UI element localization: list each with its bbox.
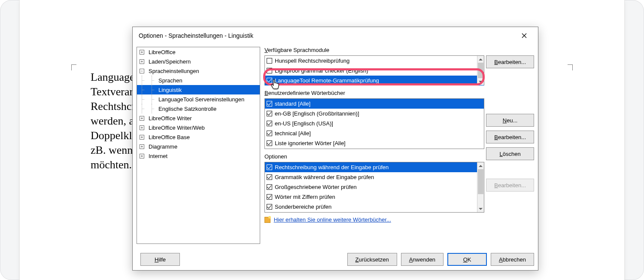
list-item[interactable]: Sonderbereiche prüfen [265, 202, 484, 212]
tree-item[interactable]: +Laden/Speichern [137, 57, 260, 66]
tree-item-label: LibreOffice Writer/Web [147, 125, 207, 131]
tree-item-label: Diagramme [147, 143, 179, 150]
list-item[interactable]: Liste ignorierter Wörter [Alle] [265, 138, 484, 148]
reset-button[interactable]: Zurücksetzen [347, 253, 397, 266]
scroll-thumb[interactable] [478, 63, 483, 78]
tree-item[interactable]: +LibreOffice Writer [137, 113, 260, 123]
list-item[interactable]: Hunspell Rechtschreibprüfung [265, 56, 484, 66]
list-item-label: en-GB [Englisch (Großbritannien)] [275, 110, 359, 117]
list-item[interactable]: Grammatik während der Eingabe prüfen [265, 172, 484, 182]
options-edit-button: Bearbeiten... [486, 179, 534, 192]
tree-item-label: LibreOffice Writer [147, 115, 194, 122]
expand-toggle[interactable]: + [140, 59, 144, 64]
list-item-label: Sonderbereiche prüfen [275, 204, 331, 210]
apply-button[interactable]: Anwenden [401, 253, 444, 266]
list-item-label: Liste ignorierter Wörter [Alle] [275, 140, 346, 146]
list-item-label: Hunspell Rechtschreibprüfung [275, 58, 349, 64]
checkbox[interactable] [267, 140, 272, 146]
modules-scrollbar[interactable] [477, 56, 484, 85]
section-modules-heading: Verfügbare Sprachmodule [264, 47, 534, 53]
checkbox[interactable] [267, 121, 272, 126]
list-item[interactable]: Lightproof grammar checker (English) [265, 66, 484, 76]
expand-toggle[interactable]: + [140, 135, 144, 140]
scroll-down-button[interactable] [477, 78, 484, 85]
more-dicts-link-row: Hier erhalten Sie online weitere Wörterb… [264, 216, 534, 223]
tree-item-label: LibreOffice Base [147, 134, 191, 140]
tree-item-label: Internet [147, 153, 169, 159]
chevron-up-icon [479, 164, 483, 168]
dialog-titlebar[interactable]: Optionen - Spracheinstellungen - Linguis… [133, 27, 538, 44]
scroll-thumb[interactable] [478, 169, 483, 194]
cancel-button[interactable]: Abbrechen [491, 253, 534, 266]
tree-item[interactable]: LanguageTool Servereinstellungen [137, 94, 260, 104]
chevron-up-icon [479, 58, 483, 61]
tree-item[interactable]: Englische Satzkontrolle [137, 104, 260, 113]
tree-item[interactable]: +Internet [137, 151, 260, 161]
list-item[interactable]: Großgeschriebene Wörter prüfen [265, 182, 484, 192]
cursor-hand-icon [270, 79, 280, 90]
margin-marker-left [71, 64, 76, 70]
checkbox[interactable] [267, 184, 272, 190]
help-button[interactable]: Hilfe [140, 253, 180, 266]
chevron-down-icon [479, 80, 483, 84]
scroll-up-button[interactable] [477, 56, 484, 63]
page-background: LanguageTo Textverarbe Rechtshcrei [0, 0, 644, 280]
tree-item[interactable]: Sprachen [137, 76, 260, 85]
section-dicts-heading: Benutzerdefinierte Wörterbücher [264, 90, 534, 96]
checkbox[interactable] [267, 58, 272, 64]
tree-item-label: Sprachen [157, 77, 184, 84]
ok-button[interactable]: OK [447, 253, 487, 266]
list-item-label: Großgeschriebene Wörter prüfen [275, 184, 357, 190]
tree-item[interactable]: +LibreOffice [137, 47, 260, 57]
listbox-options[interactable]: Rechtschreibung während der Eingabe prüf… [264, 162, 484, 213]
list-item-label: Rechtschreibung während der Eingabe prüf… [275, 164, 389, 170]
tree-item-label: LanguageTool Servereinstellungen [157, 96, 246, 103]
nav-tree[interactable]: +LibreOffice+Laden/Speichern−Spracheinst… [137, 47, 260, 244]
list-item[interactable]: Rechtschreibung während der Eingabe prüf… [265, 162, 484, 172]
dict-new-button[interactable]: Neu... [486, 114, 534, 127]
collapse-toggle[interactable]: − [140, 69, 144, 73]
list-item[interactable]: technical [Alle] [265, 128, 484, 138]
tree-item-label: Englische Satzkontrolle [157, 106, 218, 112]
list-item-label: technical [Alle] [275, 130, 311, 137]
scroll-up-button[interactable] [477, 162, 484, 169]
close-button[interactable] [516, 29, 533, 42]
chevron-down-icon [479, 207, 483, 211]
list-item-label: standard [Alle] [275, 100, 310, 107]
dict-delete-button[interactable]: Löschen [486, 147, 534, 160]
list-item[interactable]: en-GB [Englisch (Großbritannien)] [265, 109, 484, 119]
list-item[interactable]: en-US [Englisch (USA)] [265, 119, 484, 128]
expand-toggle[interactable]: + [140, 116, 144, 121]
checkbox[interactable] [267, 204, 272, 210]
checkbox[interactable] [267, 174, 272, 180]
dict-edit-button[interactable]: Bearbeiten... [486, 131, 534, 143]
checkbox[interactable] [267, 194, 272, 200]
checkbox[interactable] [267, 131, 272, 136]
tree-item[interactable]: +Diagramme [137, 142, 260, 151]
tree-item[interactable]: −Spracheinstellungen [137, 66, 260, 76]
checkbox[interactable] [267, 101, 272, 107]
tree-item[interactable]: +LibreOffice Writer/Web [137, 123, 260, 132]
listbox-modules[interactable]: Hunspell RechtschreibprüfungLightproof g… [264, 55, 484, 85]
dictionary-icon [264, 217, 270, 223]
checkbox[interactable] [267, 68, 272, 73]
modules-edit-button[interactable]: Bearbeiten... [486, 55, 534, 68]
tree-item-label: Laden/Speichern [147, 58, 192, 65]
listbox-dictionaries[interactable]: standard [Alle]en-GB [Englisch (Großbrit… [264, 98, 484, 149]
tree-item[interactable]: +LibreOffice Base [137, 132, 260, 142]
expand-toggle[interactable]: + [140, 50, 144, 55]
scroll-down-button[interactable] [477, 205, 484, 212]
expand-toggle[interactable]: + [140, 154, 144, 158]
expand-toggle[interactable]: + [140, 144, 144, 149]
options-dialog: Optionen - Spracheinstellungen - Linguis… [132, 27, 538, 271]
checkbox[interactable] [267, 164, 272, 170]
tree-item[interactable]: Linguistik [137, 85, 260, 94]
list-item[interactable]: Wörter mit Ziffern prüfen [265, 192, 484, 202]
checkbox[interactable] [267, 111, 272, 116]
list-item[interactable]: LanguageTool Remote-Grammatikprüfung [265, 76, 484, 85]
more-dictionaries-link[interactable]: Hier erhalten Sie online weitere Wörterb… [274, 216, 391, 223]
options-scrollbar[interactable] [477, 162, 484, 212]
close-icon [522, 33, 527, 38]
list-item[interactable]: standard [Alle] [265, 99, 484, 109]
expand-toggle[interactable]: + [140, 125, 144, 130]
